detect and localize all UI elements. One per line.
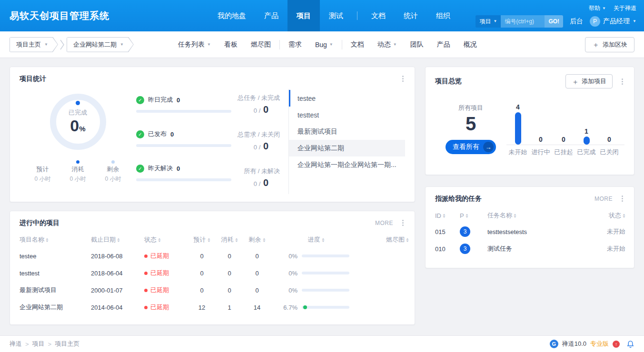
tab-product[interactable]: 产品 bbox=[430, 31, 457, 58]
project-name-link[interactable]: testee bbox=[20, 247, 91, 264]
project-list-item[interactable]: testee bbox=[289, 90, 405, 107]
version-label[interactable]: 禅道10.0 bbox=[562, 340, 586, 348]
table-row[interactable]: 企业网站第二期 2014-06-04 已延期 12 1 14 6.7% bbox=[20, 299, 434, 316]
project-list-item[interactable]: 企业网站第二期 bbox=[289, 140, 405, 156]
column-header[interactable]: 状态▲▼ bbox=[144, 232, 188, 247]
bell-icon[interactable] bbox=[626, 340, 634, 348]
kebab-menu-icon[interactable] bbox=[620, 194, 624, 203]
tab-bug[interactable]: Bug▼ bbox=[308, 31, 340, 58]
column-header[interactable]: ID▲▼ bbox=[435, 208, 460, 223]
admin-link[interactable]: 后台 bbox=[570, 17, 583, 26]
status-dot-icon bbox=[144, 272, 148, 275]
tab-overview[interactable]: 概况 bbox=[457, 31, 484, 58]
nav-report[interactable]: 统计 bbox=[395, 0, 427, 31]
project-name-link[interactable]: testtest bbox=[20, 264, 91, 282]
tab-task-list[interactable]: 任务列表▼ bbox=[171, 31, 218, 58]
sort-icon: ▲▼ bbox=[514, 214, 516, 218]
help-menu[interactable]: 帮助▼ bbox=[589, 4, 606, 12]
status-badge: 已延期 bbox=[150, 269, 169, 277]
ongoing-projects-table: 项目名称▲▼ 截止日期▲▼ 状态▲▼ 预计▲▼ 消耗▲▼ 剩余▲▼ 进度▲▼ 燃… bbox=[20, 232, 434, 316]
sort-icon: ▲▼ bbox=[322, 238, 325, 243]
crumb-project-home[interactable]: 项目主页▼ bbox=[10, 37, 58, 52]
column-header[interactable]: 剩余▲▼ bbox=[243, 232, 271, 247]
column-header[interactable]: 截止日期▲▼ bbox=[91, 232, 144, 247]
project-stats-panel: 项目统计 已完成 0% bbox=[10, 67, 415, 202]
project-name-link[interactable]: 最新测试项目 bbox=[20, 282, 91, 299]
tab-divider bbox=[342, 40, 342, 49]
edition-link[interactable]: 专业版 bbox=[590, 340, 609, 348]
search-scope-select[interactable]: 项目▼ bbox=[476, 15, 501, 28]
add-block-button[interactable]: ＋添加区块 bbox=[585, 37, 634, 52]
nav-product[interactable]: 产品 bbox=[255, 0, 287, 31]
kebab-menu-icon[interactable] bbox=[401, 74, 405, 83]
ratio-tasks: 总任务 / 未完成 0 / 0 bbox=[231, 94, 280, 115]
task-name-link[interactable]: testtestsetests bbox=[487, 223, 583, 240]
project-list-item[interactable]: 企业网站第一期企业网站第一期... bbox=[289, 156, 405, 173]
kebab-menu-icon[interactable] bbox=[620, 77, 624, 86]
sort-icon: ▲▼ bbox=[406, 238, 409, 243]
nav-my[interactable]: 我的地盘 bbox=[208, 0, 255, 31]
project-list-item[interactable]: testtest bbox=[289, 107, 405, 123]
progress-percent: 0% bbox=[281, 253, 297, 260]
table-row[interactable]: testtest 2018-06-04 已延期 0 0 0 0% bbox=[20, 264, 434, 282]
chart-bar-slot: 0 bbox=[552, 99, 575, 145]
table-row[interactable]: 最新测试项目 2000-01-07 已延期 0 0 0 0% bbox=[20, 282, 434, 299]
tab-doc[interactable]: 文档 bbox=[344, 31, 371, 58]
tab-story[interactable]: 需求 bbox=[282, 31, 308, 58]
search-input[interactable]: 编号(ctrl+g) bbox=[501, 15, 545, 28]
column-header[interactable]: 预计▲▼ bbox=[188, 232, 216, 247]
project-overview-panel: 项目总览 ＋添加项目 所有项目 5 查看所有 → bbox=[425, 67, 634, 175]
kebab-menu-icon[interactable] bbox=[401, 218, 405, 227]
column-header[interactable]: 进度▲▼ bbox=[271, 232, 361, 247]
view-all-button[interactable]: 查看所有 → bbox=[446, 140, 496, 154]
donut-value: 0% bbox=[70, 117, 85, 135]
column-header[interactable]: 任务名称▲▼ bbox=[487, 208, 583, 223]
chevron-separator: > bbox=[25, 341, 29, 348]
ongoing-projects-panel: 进行中的项目 MORE 项目名称▲▼ 截止日期▲▼ 状态▲▼ 预计▲▼ 消耗▲▼ bbox=[10, 211, 415, 325]
crumb-current-project[interactable]: 企业网站第二期▼ bbox=[67, 37, 134, 52]
plus-icon: ＋ bbox=[572, 78, 579, 85]
chart-category-label: 已完成 bbox=[575, 145, 598, 156]
tab-burndown[interactable]: 燃尽图 bbox=[244, 31, 277, 58]
footer-crumb-link[interactable]: 禅道 bbox=[10, 340, 22, 348]
add-project-button[interactable]: ＋添加项目 bbox=[565, 74, 613, 88]
more-link[interactable]: MORE bbox=[375, 220, 393, 226]
upgrade-badge-icon[interactable]: ↑ bbox=[613, 341, 620, 348]
project-list-item[interactable]: 最新测试项目 bbox=[289, 123, 405, 140]
column-header[interactable]: P▲▼ bbox=[460, 208, 487, 223]
tab-team[interactable]: 团队 bbox=[404, 31, 430, 58]
table-row[interactable]: 015 3 testtestsetests 未开始 bbox=[435, 223, 625, 240]
tab-kanban[interactable]: 看板 bbox=[218, 31, 244, 58]
about-link[interactable]: 关于禅道 bbox=[614, 4, 636, 12]
app-header: 易软天创项目管理系统 我的地盘 产品 项目 测试 文档 统计 组织 帮助▼ 关于… bbox=[0, 0, 644, 31]
user-menu[interactable]: P 产品经理 ▼ bbox=[590, 16, 636, 27]
nav-org[interactable]: 组织 bbox=[427, 0, 459, 31]
table-row[interactable]: 010 3 测试任务 未开始 bbox=[435, 240, 625, 257]
app-title[interactable]: 易软天创项目管理系统 bbox=[10, 0, 109, 31]
column-header[interactable]: 消耗▲▼ bbox=[216, 232, 243, 247]
more-link[interactable]: MORE bbox=[594, 196, 613, 202]
task-name-link[interactable]: 测试任务 bbox=[487, 240, 583, 257]
status-dot-icon bbox=[144, 306, 148, 309]
nav-doc[interactable]: 文档 bbox=[362, 0, 395, 31]
column-header[interactable]: 状态▲▼ bbox=[583, 208, 625, 223]
project-name-link[interactable]: 企业网站第二期 bbox=[20, 299, 91, 316]
search-go-button[interactable]: GO! bbox=[545, 15, 563, 28]
check-icon: ✓ bbox=[136, 165, 144, 173]
sort-icon: ▲▼ bbox=[208, 238, 210, 243]
nav-project[interactable]: 项目 bbox=[287, 0, 320, 31]
column-header[interactable]: 项目名称▲▼ bbox=[20, 232, 91, 247]
table-row[interactable]: testee 2018-06-08 已延期 0 0 0 0% bbox=[20, 247, 434, 264]
nav-divider bbox=[357, 11, 357, 20]
chart-category-label: 已关闭 bbox=[598, 145, 621, 156]
totals-section: 总任务 / 未完成 0 / 0 总需求 / 未关闭 0 / 0 所有 / 未解决… bbox=[231, 89, 280, 194]
sort-icon: ▲▼ bbox=[235, 238, 238, 243]
footer-crumb-link[interactable]: 项目 bbox=[32, 340, 45, 348]
tab-dynamic[interactable]: 动态▼ bbox=[371, 31, 404, 58]
nav-test[interactable]: 测试 bbox=[320, 0, 352, 31]
caret-down-icon: ▼ bbox=[393, 43, 397, 47]
my-tasks-table: ID▲▼ P▲▼ 任务名称▲▼ 状态▲▼ 015 3 testtestsetes… bbox=[435, 208, 625, 257]
right-column: 项目总览 ＋添加项目 所有项目 5 查看所有 → bbox=[425, 67, 634, 325]
column-header[interactable]: 燃尽图▲▼ bbox=[361, 232, 434, 247]
legend-consumed: 消耗 0 小时 bbox=[65, 160, 91, 183]
